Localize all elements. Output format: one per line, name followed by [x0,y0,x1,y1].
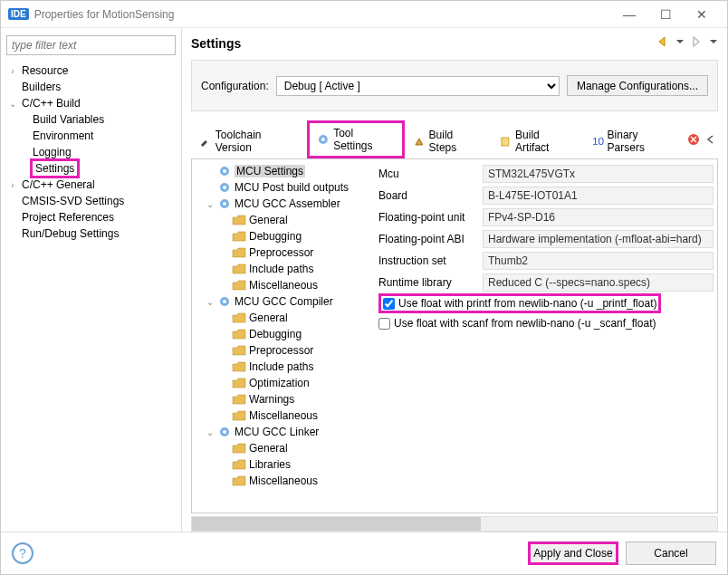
checkbox-row[interactable]: Use float with scanf from newlib-nano (-… [378,313,717,333]
error-icon[interactable] [687,133,700,146]
tree-item[interactable]: Miscellaneous [192,407,373,424]
nav-item[interactable]: Project References [6,209,181,225]
left-nav-pane: ›ResourceBuilders⌄C/C++ BuildBuild Varia… [1,28,182,532]
history-nav[interactable] [655,35,718,51]
folder-icon [232,393,246,406]
tree-item-label: General [249,311,288,324]
tab-icon [499,135,512,148]
manage-configurations-button[interactable]: Manage Configurations... [567,75,708,96]
svg-point-14 [223,430,226,434]
checkbox-row[interactable]: Use float with printf from newlib-nano (… [378,293,661,313]
nav-item[interactable]: ⌄C/C++ Build [6,95,181,111]
filter-input[interactable] [6,35,176,55]
tree-item-label: MCU Post build outputs [235,181,349,194]
tree-item[interactable]: ⌄MCU GCC Compiler [192,293,373,310]
forward-menu-icon[interactable] [709,35,718,48]
property-value[interactable]: B-L475E-IOT01A1 [483,187,714,205]
nav-item-label: C/C++ Build [19,96,83,110]
tree-item[interactable]: Miscellaneous [192,277,373,293]
svg-point-12 [223,300,226,303]
maximize-button[interactable]: ☐ [647,7,684,22]
property-label: Floating-point unit [378,211,483,224]
folder-icon [232,311,246,324]
checkbox[interactable] [383,298,395,310]
title-bar: IDE Properties for MotionSensing — ☐ ✕ [1,1,727,28]
tab-label: Build Steps [429,129,484,154]
tree-item[interactable]: General [192,310,373,326]
folder-icon [232,230,246,243]
folder-icon [232,214,246,226]
nav-item[interactable]: Build Variables [6,111,181,128]
property-value[interactable]: FPv4-SP-D16 [483,208,714,226]
svg-text:10: 10 [592,135,604,148]
expand-arrow-icon: › [6,66,19,76]
settings-pane: Settings Configuration: Debug [ Active ]… [182,28,727,532]
horizontal-scrollbar[interactable] [191,516,718,532]
tree-item[interactable]: Include paths [192,359,373,375]
tree-item-label: Preprocessor [249,246,313,259]
tree-item[interactable]: Optimization [192,375,373,391]
tree-item[interactable]: MCU Post build outputs [192,179,373,196]
back-arrow-icon[interactable] [656,35,671,48]
tab-icon [317,133,330,146]
page-title: Settings [191,36,655,51]
tree-item-label: General [249,442,288,455]
property-row: Instruction setThumb2 [378,250,717,272]
checkbox[interactable] [378,318,390,330]
property-value[interactable]: Reduced C (--specs=nano.specs) [483,273,714,292]
nav-item[interactable]: ›Resource [6,62,181,79]
tree-item[interactable]: Warnings [192,391,373,407]
tab-label: Build Artifact [515,129,575,154]
property-value[interactable]: Thumb2 [483,252,714,270]
tab[interactable]: Build Artifact [491,124,582,158]
nav-item[interactable]: Settings [6,160,181,177]
property-row: Floating-point ABIHardware implementatio… [378,228,717,250]
scroll-left-icon[interactable] [705,133,716,146]
gear-icon [217,165,232,177]
nav-item[interactable]: Environment [6,128,181,144]
tree-item[interactable]: Preprocessor [192,342,373,359]
nav-item[interactable]: CMSIS-SVD Settings [6,193,181,209]
tree-item[interactable]: Preprocessor [192,244,373,261]
tree-item[interactable]: Include paths [192,261,373,277]
close-button[interactable]: ✕ [684,7,720,22]
tree-item[interactable]: General [192,440,373,456]
configuration-select[interactable]: Debug [ Active ] [276,76,560,96]
tree-item-label: General [249,214,288,226]
nav-item[interactable]: Builders [6,79,181,95]
back-menu-icon[interactable] [675,35,685,48]
tree-item[interactable]: Debugging [192,228,373,244]
minimize-button[interactable]: — [611,7,647,22]
folder-icon [232,344,246,357]
property-value[interactable]: Hardware implementation (-mfloat-abi=har… [483,230,714,248]
tree-item[interactable]: Libraries [192,456,373,473]
property-label: Instruction set [378,254,483,267]
tab[interactable]: Build Steps [405,124,492,158]
tree-item[interactable]: General [192,212,373,228]
tree-item[interactable]: Miscellaneous [192,473,373,489]
nav-item-label: Project References [19,210,117,225]
property-label: Mcu [378,168,483,180]
scrollbar-thumb[interactable] [192,517,481,531]
nav-item[interactable]: Run/Debug Settings [6,225,181,242]
tree-item-label: MCU GCC Assembler [235,197,340,210]
tab[interactable]: Toolchain Version [191,124,307,158]
tree-item[interactable]: MCU Settings [192,163,373,179]
tree-item[interactable]: ⌄MCU GCC Linker [192,424,373,440]
tree-item[interactable]: Debugging [192,326,373,342]
property-value[interactable]: STM32L475VGTx [483,165,714,183]
tool-settings-tree: MCU SettingsMCU Post build outputs⌄MCU G… [192,159,373,513]
tab[interactable]: 10Binary Parsers [583,124,685,158]
tree-item-label: Miscellaneous [249,409,318,422]
apply-and-close-button[interactable]: Apply and Close [528,541,618,565]
expand-arrow-icon: › [6,180,19,190]
help-button[interactable]: ? [12,542,34,564]
property-label: Runtime library [378,276,483,289]
tab-strip: Toolchain VersionTool SettingsBuild Step… [191,120,718,159]
forward-arrow-icon[interactable] [690,35,704,48]
tree-item[interactable]: ⌄MCU GCC Assembler [192,196,373,212]
tree-item-label: Debugging [249,328,302,340]
tab[interactable]: Tool Settings [307,120,404,158]
nav-item[interactable]: ›C/C++ General [6,177,181,193]
cancel-button[interactable]: Cancel [626,541,716,565]
